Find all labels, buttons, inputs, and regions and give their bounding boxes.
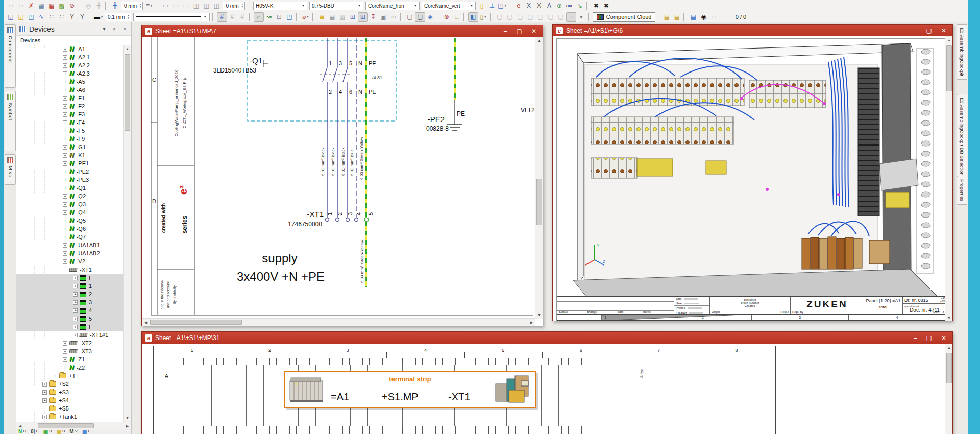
expander-icon[interactable]: + (63, 243, 67, 248)
expander-icon[interactable]: + (73, 308, 78, 313)
delete-icon[interactable]: ✗ (26, 1, 36, 11)
tree-item--PE1[interactable]: +N-PE1 (16, 159, 123, 167)
pin-icon[interactable]: ⌖ (111, 26, 118, 32)
scrollbar-thumb[interactable] (125, 54, 130, 131)
expander-icon[interactable]: + (63, 202, 67, 207)
window-title-bar[interactable]: e Sheet =A1\+S1\+MP\31 – ▢ ✕ (142, 332, 952, 344)
status-icon-E[interactable]: ▦E (82, 429, 91, 434)
connector-red-icon[interactable]: ⌀▼ (301, 12, 311, 22)
window-title-bar[interactable]: e Sheet =A1\+S1\+MP\7 – ▢ ✕ (142, 25, 543, 37)
status-icon-B[interactable]: ▣B (57, 429, 65, 434)
tree-item--A2.3[interactable]: +N-A2.3 (16, 69, 123, 78)
close-button[interactable]: ✕ (531, 28, 536, 35)
view-more-icon[interactable]: ▾ (576, 12, 586, 22)
tree-item--F3[interactable]: +N-F3 (16, 110, 123, 118)
tree-item-3[interactable]: +3 (16, 298, 123, 306)
view-cube-6-icon[interactable]: ▢ (546, 12, 556, 22)
rect-3-icon[interactable]: ▭ (181, 1, 191, 11)
tree-item--Q3[interactable]: +N-Q3 (16, 200, 123, 208)
tree-root-devices[interactable]: Devices (16, 36, 123, 45)
scrollbar-thumb[interactable] (150, 320, 242, 325)
x-dark-1-icon[interactable]: ✖ (591, 1, 601, 11)
tool-1-icon[interactable]: X (524, 1, 534, 11)
expander-icon[interactable]: + (42, 415, 47, 419)
wheel-disabled-icon[interactable]: ◎ (83, 1, 93, 11)
expander-icon[interactable]: + (42, 398, 47, 403)
scroll-down-icon[interactable]: ▼ (945, 314, 952, 321)
scroll-up-icon[interactable]: ▲ (945, 344, 952, 351)
expander-icon[interactable]: + (63, 366, 67, 370)
cable-yellow-icon[interactable]: ≣ (317, 12, 327, 22)
grid-dots-1-icon[interactable]: ∷ (46, 12, 57, 22)
move-blue-icon[interactable]: ╋ (110, 1, 120, 11)
view-sphere-icon[interactable]: ○ (566, 12, 576, 22)
tree-item--PE3[interactable]: +N-PE3 (16, 176, 123, 184)
minimize-button[interactable]: – (914, 334, 917, 342)
tree-item--F4[interactable]: +N-F4 (16, 118, 123, 127)
scroll-up-icon[interactable]: ▲ (535, 37, 543, 44)
ground-symbol-icon[interactable]: ⊥ (487, 1, 497, 11)
value-spinner[interactable]: 0.1 mm▲▼ (105, 13, 131, 21)
lambda-icon[interactable]: Λ (544, 1, 554, 11)
tree-item-I[interactable]: +I (16, 323, 123, 331)
tree-item-+T[interactable]: ++T (16, 372, 123, 380)
tree-item-I[interactable]: +I (16, 274, 123, 282)
dock-tab-e3-assemblingcockpit-db-selection[interactable]: E3.AssemblingCockpit DB Selection (957, 94, 967, 179)
fill-green-icon[interactable]: ▩ (57, 1, 67, 11)
dropdown-combo[interactable]: CoreName_hori▼ (365, 2, 420, 10)
tree-item--Z1[interactable]: +N-Z1 (16, 355, 123, 364)
delete-3d-icon[interactable]: ⊗ (442, 12, 452, 22)
cube-active-icon[interactable]: ◧ (468, 12, 478, 22)
expander-icon[interactable]: + (63, 194, 67, 199)
dock-tab-component[interactable]: Component (5, 24, 16, 88)
view-cube-2-icon[interactable]: ▢ (505, 12, 515, 22)
expander-icon[interactable]: + (63, 186, 67, 190)
expander-icon[interactable]: + (63, 63, 67, 68)
expander-icon[interactable]: + (63, 96, 67, 101)
tree-item-+S2[interactable]: ++S2 (16, 380, 123, 388)
tree-item--Q4[interactable]: +N-Q4 (16, 208, 123, 216)
scrollbar-thumb[interactable] (38, 423, 94, 428)
dropdown-combo[interactable]: H05V-K▼ (253, 2, 307, 10)
doc-blue-icon[interactable]: ▤ (688, 12, 698, 22)
tree-item--UA1AB1[interactable]: +N-UA1AB1 (16, 241, 123, 249)
table-red-icon[interactable]: ▦ (46, 1, 57, 11)
wye-1-icon[interactable]: Y (67, 12, 77, 22)
expander-icon[interactable]: + (63, 55, 67, 60)
view-cube-5-icon[interactable]: ▢ (535, 12, 546, 22)
x-dark-2-icon[interactable]: ✖ (601, 1, 611, 11)
rect-2-icon[interactable]: ▭ (170, 1, 181, 11)
expander-icon[interactable]: + (63, 88, 67, 92)
panel-window-icon[interactable]: ⊞ (348, 12, 358, 22)
component-cloud-button[interactable]: Component Cloud (593, 12, 656, 22)
sheet-window-mp7[interactable]: e Sheet =A1\+S1\+MP\7 – ▢ ✕ (141, 25, 543, 326)
pin-red-icon[interactable]: ↧ (368, 12, 378, 22)
tree-item--Q7[interactable]: +N-Q7 (16, 233, 123, 241)
expander-icon[interactable]: + (73, 325, 78, 329)
sheet-window-mp31[interactable]: e Sheet =A1\+S1\+MP\31 – ▢ ✕ 12345678 A … (141, 331, 953, 434)
expander-icon[interactable]: + (63, 71, 67, 76)
expander-icon[interactable]: + (63, 161, 67, 166)
expander-icon[interactable]: + (73, 292, 78, 297)
dropdown-combo[interactable]: 0.75-DBU▼ (309, 2, 363, 10)
globe-icon[interactable]: ⊕ (554, 1, 565, 11)
minimize-button[interactable]: – (504, 28, 507, 35)
route-ortho-icon[interactable]: ⌐ (254, 12, 264, 22)
tree-item--XT1[interactable]: −-XT1 (16, 266, 123, 274)
tree-item--A6[interactable]: +N-A6 (16, 86, 123, 94)
rect-1-icon[interactable]: ▭ (160, 1, 170, 11)
print-preview-icon[interactable]: ▤ (662, 12, 672, 22)
maximize-button[interactable]: ▢ (926, 27, 932, 34)
close-button[interactable]: ✕ (941, 27, 946, 34)
tree-item-+S5[interactable]: +S5 (16, 404, 123, 413)
tree-item--F2[interactable]: +N-F2 (16, 102, 123, 110)
expander-icon[interactable]: + (63, 210, 67, 215)
move-disabled-icon[interactable]: ╋ (93, 1, 104, 11)
scroll-up-icon[interactable]: ▲ (124, 45, 131, 53)
tree-item-+S4[interactable]: ++S4 (16, 396, 123, 404)
expander-icon[interactable]: + (63, 251, 67, 256)
expander-icon[interactable]: + (63, 80, 67, 84)
line-width-sample-icon[interactable]: ▬▼ (93, 12, 104, 22)
devices-hscrollbar[interactable]: ◀ ▶ (16, 422, 131, 429)
tree-item-5[interactable]: +5 (16, 315, 123, 323)
